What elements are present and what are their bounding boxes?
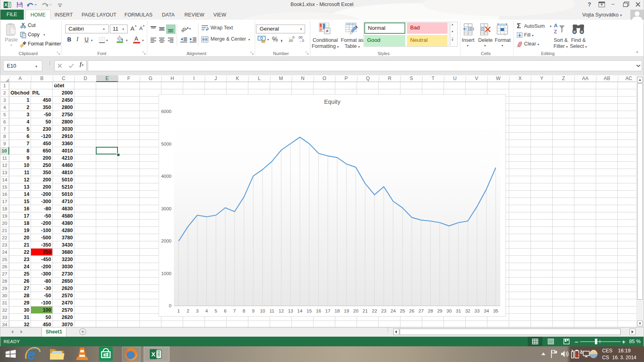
svg-text:6: 6	[224, 309, 226, 313]
svg-text:24: 24	[390, 309, 396, 313]
svg-text:31: 31	[456, 309, 461, 313]
svg-text:3: 3	[196, 309, 198, 313]
svg-text:22: 22	[372, 309, 377, 313]
svg-text:35: 35	[493, 309, 498, 313]
svg-text:27: 27	[419, 309, 424, 313]
svg-text:A: A	[554, 23, 558, 29]
svg-text:1000: 1000	[161, 271, 171, 276]
svg-text:30: 30	[446, 309, 452, 313]
svg-text:29: 29	[437, 309, 442, 313]
svg-text:Z: Z	[554, 29, 557, 35]
svg-text:13: 13	[288, 309, 293, 313]
svg-text:21: 21	[363, 309, 368, 313]
svg-text:8: 8	[243, 309, 245, 313]
svg-text:16: 16	[316, 309, 321, 313]
svg-text:7: 7	[233, 309, 236, 313]
svg-text:2: 2	[187, 309, 189, 313]
svg-text:0: 0	[169, 303, 171, 308]
svg-text:15: 15	[307, 309, 312, 313]
svg-text:≠: ≠	[326, 28, 329, 34]
svg-text:X: X	[151, 351, 155, 358]
svg-text:19: 19	[344, 309, 349, 313]
svg-text:5: 5	[215, 309, 217, 313]
svg-text:3000: 3000	[161, 206, 171, 211]
svg-text:10: 10	[260, 309, 265, 313]
svg-text:17: 17	[325, 309, 330, 313]
svg-text:6000: 6000	[161, 109, 171, 114]
svg-text:23: 23	[381, 309, 386, 313]
svg-text:2000: 2000	[161, 239, 171, 243]
svg-text:26: 26	[409, 309, 415, 313]
svg-text:9: 9	[252, 309, 254, 313]
svg-text:4000: 4000	[161, 174, 171, 179]
svg-text:20: 20	[353, 309, 359, 313]
svg-text:34: 34	[484, 309, 489, 313]
svg-text:33: 33	[475, 309, 480, 313]
svg-text:12: 12	[279, 309, 284, 313]
svg-text:32: 32	[465, 309, 471, 313]
svg-text:14: 14	[297, 309, 303, 313]
svg-text:25: 25	[400, 309, 405, 313]
svg-text:4: 4	[205, 309, 208, 313]
svg-text:1: 1	[178, 309, 180, 313]
svg-text:5000: 5000	[161, 142, 171, 146]
svg-text:11: 11	[270, 309, 275, 313]
svg-text:Equity: Equity	[324, 99, 341, 105]
svg-text:18: 18	[334, 309, 340, 313]
svg-text:28: 28	[428, 309, 433, 313]
